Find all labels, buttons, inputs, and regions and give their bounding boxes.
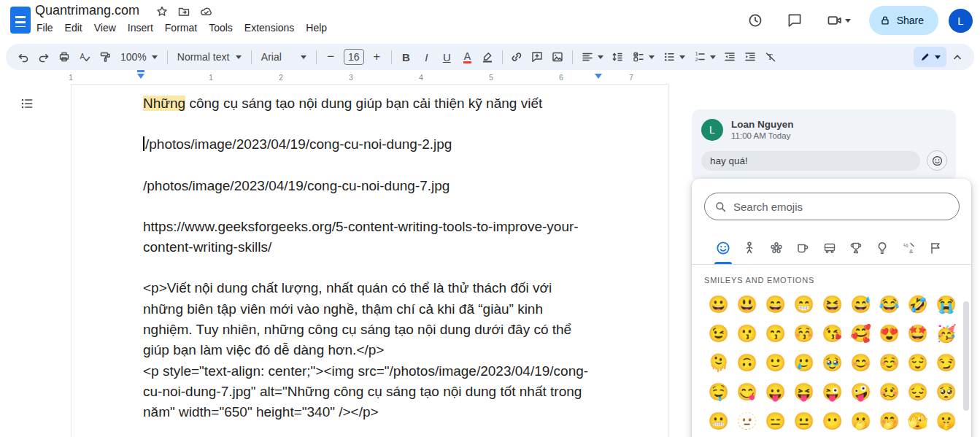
- emoji[interactable]: 😜: [818, 377, 846, 406]
- emoji[interactable]: 😋: [733, 377, 761, 406]
- emoji[interactable]: 😂: [875, 290, 903, 319]
- bulleted-list-select[interactable]: [659, 47, 689, 67]
- emoji[interactable]: 😭: [932, 290, 960, 319]
- emoji[interactable]: 😔: [903, 377, 932, 406]
- emoji[interactable]: 😙: [761, 319, 790, 348]
- emoji[interactable]: 🫠: [704, 348, 733, 377]
- numbered-list-select[interactable]: 12: [690, 47, 719, 67]
- objects-category-icon[interactable]: [873, 239, 892, 258]
- nature-category-icon[interactable]: [767, 239, 786, 258]
- smileys-category-icon[interactable]: [714, 239, 733, 258]
- document-title-input[interactable]: Quantrimang.com: [35, 3, 139, 18]
- emoji[interactable]: 🤤: [704, 377, 733, 406]
- star-icon[interactable]: [155, 5, 169, 18]
- menu-item[interactable]: File: [31, 20, 59, 35]
- version-history-icon[interactable]: [741, 6, 770, 35]
- emoji[interactable]: 😍: [875, 319, 903, 348]
- menu-item[interactable]: View: [88, 20, 122, 35]
- increase-indent-button[interactable]: [741, 47, 760, 67]
- paint-format-button[interactable]: [95, 47, 115, 67]
- comment-text-bubble[interactable]: hay quá!: [701, 151, 920, 171]
- highlight-color-button[interactable]: [478, 47, 498, 67]
- flags-category-icon[interactable]: [926, 239, 945, 258]
- emoji[interactable]: 😆: [818, 290, 846, 319]
- comments-icon[interactable]: [780, 6, 809, 35]
- font-size-input[interactable]: 16: [344, 49, 364, 65]
- emoji[interactable]: 😉: [704, 319, 733, 348]
- document-paragraph[interactable]: <p>Viết nội dung chất lượng, nhất quán c…: [143, 278, 594, 360]
- emoji[interactable]: 😑: [761, 406, 790, 436]
- emoji[interactable]: 😄: [761, 290, 790, 319]
- emoji[interactable]: 🤭: [875, 406, 903, 436]
- emoji[interactable]: 😘: [818, 319, 846, 348]
- italic-button[interactable]: I: [417, 47, 436, 67]
- document-heading[interactable]: Những công cụ sáng tạo nội dung giúp bạn…: [143, 93, 594, 114]
- underline-button[interactable]: U: [437, 47, 457, 67]
- emoji[interactable]: 🫢: [846, 406, 875, 436]
- paragraph-style-select[interactable]: Normal text: [172, 47, 247, 67]
- menu-item[interactable]: Extensions: [239, 20, 300, 35]
- emoji[interactable]: 😌: [903, 348, 932, 377]
- emoji[interactable]: 🙃: [733, 348, 761, 377]
- zoom-select[interactable]: 100%: [115, 47, 163, 67]
- emoji[interactable]: 😊: [846, 348, 875, 377]
- emoji[interactable]: 😶: [818, 406, 846, 436]
- horizontal-ruler[interactable]: 11234567: [36, 70, 666, 82]
- emoji[interactable]: 😝: [790, 377, 818, 406]
- emoji[interactable]: 🥴: [875, 377, 903, 406]
- emoji[interactable]: 😐: [790, 406, 818, 436]
- redo-button[interactable]: [34, 47, 53, 67]
- people-category-icon[interactable]: [740, 239, 759, 258]
- hide-menus-chevron-icon[interactable]: [947, 47, 967, 67]
- document-page[interactable]: Những công cụ sáng tạo nội dung giúp bạn…: [71, 84, 669, 437]
- spell-check-button[interactable]: A: [74, 47, 94, 67]
- insert-link-button[interactable]: [507, 47, 527, 67]
- menu-item[interactable]: Edit: [59, 20, 88, 35]
- font-family-select[interactable]: Arial: [256, 47, 312, 67]
- decrease-indent-button[interactable]: [720, 47, 740, 67]
- emoji[interactable]: 🥳: [932, 319, 960, 348]
- show-document-outline-icon[interactable]: [18, 94, 36, 113]
- emoji[interactable]: 🥹: [818, 348, 846, 377]
- emoji[interactable]: 🥺: [932, 377, 960, 406]
- emoji[interactable]: ☺️: [875, 348, 903, 377]
- google-docs-logo[interactable]: [10, 7, 31, 34]
- emoji[interactable]: 😛: [761, 377, 790, 406]
- checklist-select[interactable]: [628, 47, 658, 67]
- emoji[interactable]: 🫥: [733, 406, 761, 436]
- line-spacing-button[interactable]: [608, 47, 628, 67]
- clear-formatting-button[interactable]: T: [761, 47, 781, 67]
- decrease-font-size-button[interactable]: −: [321, 47, 341, 67]
- emoji[interactable]: 🤣: [903, 290, 932, 319]
- menu-item[interactable]: Format: [159, 20, 203, 35]
- first-line-indent-marker[interactable]: [137, 70, 144, 72]
- align-select[interactable]: [577, 47, 607, 67]
- add-emoji-reaction-button[interactable]: [927, 150, 947, 171]
- emoji[interactable]: 🫣: [903, 406, 932, 436]
- document-paragraph[interactable]: <p style="text-align: center;"><img src=…: [143, 361, 594, 423]
- add-comment-button[interactable]: [528, 47, 547, 67]
- emoji-search-input[interactable]: [733, 201, 949, 213]
- print-button[interactable]: [54, 47, 74, 67]
- travel-category-icon[interactable]: [820, 239, 839, 258]
- emoji[interactable]: 😬: [704, 406, 733, 436]
- emoji[interactable]: 🥰: [846, 319, 875, 348]
- activities-category-icon[interactable]: [846, 239, 865, 258]
- emoji[interactable]: 😏: [932, 348, 960, 377]
- food-drink-category-icon[interactable]: [793, 239, 812, 258]
- emoji[interactable]: 😅: [846, 290, 875, 319]
- emoji[interactable]: 😁: [790, 290, 818, 319]
- emoji[interactable]: 🤪: [846, 377, 875, 406]
- emoji[interactable]: 🥲: [790, 348, 818, 377]
- meet-dropdown-caret[interactable]: [845, 19, 851, 26]
- document-body[interactable]: Những công cụ sáng tạo nội dung giúp bạn…: [143, 93, 594, 423]
- undo-button[interactable]: [13, 47, 33, 67]
- emoji-scrollbar[interactable]: [963, 301, 969, 411]
- comment-author-avatar[interactable]: L: [701, 119, 723, 141]
- document-line[interactable]: /photos/image/2023/04/19/cong-cu-noi-dun…: [143, 134, 594, 155]
- emoji[interactable]: 😀: [704, 290, 733, 319]
- emoji[interactable]: 😃: [733, 290, 761, 319]
- emoji-search-box[interactable]: [704, 193, 960, 220]
- account-avatar[interactable]: L: [949, 9, 973, 33]
- move-to-folder-icon[interactable]: [177, 5, 190, 18]
